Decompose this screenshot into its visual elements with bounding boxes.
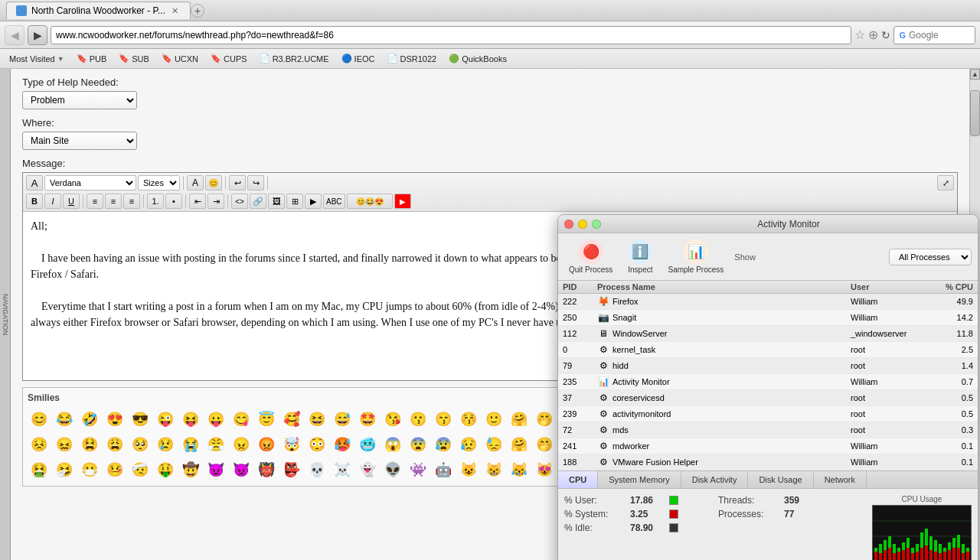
rte-underline-btn[interactable]: U: [63, 194, 80, 209]
smiley-item[interactable]: 🤑: [154, 458, 177, 481]
smiley-item[interactable]: 🥵: [331, 433, 354, 456]
bookmark-ieoc[interactable]: 🔵 IEOC: [337, 52, 380, 66]
am-process-row[interactable]: 0 ⚙ kernel_task root 2.5: [558, 342, 978, 358]
am-col-pid-header[interactable]: PID: [563, 282, 597, 291]
am-quit-process-btn[interactable]: 🔴 Quit Process: [564, 238, 617, 275]
rte-font-size-select[interactable]: Sizes 8 10 12 14: [138, 175, 180, 190]
smiley-item[interactable]: ☠️: [331, 458, 354, 481]
am-col-user-header[interactable]: User: [851, 282, 927, 291]
left-sidebar[interactable]: NAVIGATION: [0, 69, 11, 560]
am-minimize-button[interactable]: [578, 220, 587, 229]
rss-icon[interactable]: ⊕: [868, 28, 878, 42]
address-bar[interactable]: [51, 26, 851, 44]
smiley-item[interactable]: 😂: [53, 408, 76, 431]
smiley-item[interactable]: 😆: [305, 408, 328, 431]
rte-align-right-btn[interactable]: ≡: [123, 194, 140, 209]
rte-emotions-group[interactable]: 😊😂😍: [347, 194, 393, 209]
back-button[interactable]: ◀: [5, 25, 24, 45]
smiley-item[interactable]: 😙: [432, 408, 455, 431]
active-tab[interactable]: North Carolina Woodworker - P... ✕: [6, 2, 191, 19]
smiley-item[interactable]: 😚: [457, 408, 480, 431]
smiley-item[interactable]: 😋: [230, 408, 253, 431]
smiley-item[interactable]: 🤖: [432, 458, 455, 481]
am-process-row[interactable]: 222 🦊 Firefox William 49.9: [558, 294, 978, 310]
smiley-item[interactable]: 😭: [179, 433, 202, 456]
rte-expand-btn[interactable]: ⤢: [937, 175, 954, 190]
smiley-item[interactable]: 😹: [508, 458, 531, 481]
smiley-item[interactable]: 😝: [179, 408, 202, 431]
rte-youtube-btn[interactable]: ▶: [394, 194, 411, 209]
am-tab-network[interactable]: Network: [814, 471, 867, 488]
smiley-item[interactable]: 😈: [204, 458, 227, 481]
smiley-item[interactable]: 💀: [305, 458, 328, 481]
rte-unordered-list-btn[interactable]: •: [165, 194, 182, 209]
smiley-item[interactable]: 😜: [154, 408, 177, 431]
am-process-row[interactable]: 72 ⚙ mds root 0.3: [558, 422, 978, 438]
bookmark-r3br2ucme[interactable]: 📄 R3.BR2.UCME: [255, 52, 334, 66]
smiley-item[interactable]: 😇: [255, 408, 278, 431]
smiley-item[interactable]: 😻: [533, 458, 556, 481]
smiley-item[interactable]: 😰: [432, 433, 455, 456]
scroll-up-arrow[interactable]: ▲: [970, 69, 980, 80]
smiley-item[interactable]: 🤕: [129, 458, 152, 481]
smiley-item[interactable]: 😳: [305, 433, 328, 456]
rte-font-icon[interactable]: A: [26, 175, 43, 190]
smiley-item[interactable]: 🤭: [533, 408, 556, 431]
smiley-item[interactable]: 😅: [331, 408, 354, 431]
smiley-item[interactable]: 😢: [154, 433, 177, 456]
smiley-item[interactable]: 😎: [129, 408, 152, 431]
smiley-item[interactable]: 🤒: [103, 458, 126, 481]
bookmark-most-visited[interactable]: Most Visited ▼: [5, 53, 69, 65]
am-process-row[interactable]: 112 🖥 WindowServer _windowserver 11.8: [558, 326, 978, 342]
smiley-item[interactable]: 🥺: [129, 433, 152, 456]
rte-html-btn[interactable]: <>: [231, 194, 248, 209]
am-maximize-button[interactable]: [592, 220, 601, 229]
rte-media-btn[interactable]: ▶: [305, 194, 322, 209]
bookmark-sub[interactable]: 🔖 SUB: [114, 52, 154, 66]
new-tab-button[interactable]: +: [191, 4, 204, 18]
smiley-item[interactable]: 😨: [407, 433, 430, 456]
google-search-input[interactable]: [909, 30, 970, 41]
am-close-button[interactable]: [564, 220, 573, 229]
rte-link-btn[interactable]: 🔗: [250, 194, 266, 209]
am-tab-cpu[interactable]: CPU: [558, 471, 598, 488]
smiley-item[interactable]: 👿: [230, 458, 253, 481]
google-search-bar[interactable]: G: [893, 26, 975, 44]
bookmark-quickbooks[interactable]: 🟢 QuickBooks: [444, 52, 511, 66]
am-col-name-header[interactable]: Process Name: [597, 282, 851, 291]
am-sample-process-btn[interactable]: 📊 Sample Process: [664, 238, 729, 275]
reload-icon[interactable]: ↻: [881, 29, 890, 41]
smiley-item[interactable]: 🤣: [78, 408, 101, 431]
rte-smiley-btn[interactable]: 😊: [205, 175, 222, 190]
am-tab-disk-activity[interactable]: Disk Activity: [681, 471, 749, 488]
smiley-item[interactable]: 😤: [204, 433, 227, 456]
smiley-item[interactable]: 🤠: [179, 458, 202, 481]
smiley-item[interactable]: 😘: [381, 408, 404, 431]
smiley-item[interactable]: 👾: [407, 458, 430, 481]
smiley-item[interactable]: 😖: [53, 433, 76, 456]
rte-ordered-list-btn[interactable]: 1.: [147, 194, 164, 209]
smiley-item[interactable]: 😷: [78, 458, 101, 481]
forward-button[interactable]: ▶: [28, 25, 47, 45]
bookmark-ucxn[interactable]: 🔖 UCXN: [157, 52, 203, 66]
rte-spell-btn[interactable]: ABC: [323, 194, 345, 209]
am-col-cpu-header[interactable]: % CPU: [927, 282, 973, 291]
am-process-row[interactable]: 188 ⚙ VMware Fusion Helper William 0.1: [558, 454, 978, 470]
tab-close-btn[interactable]: ✕: [170, 5, 181, 16]
smiley-item[interactable]: 🤩: [356, 408, 379, 431]
smiley-item[interactable]: 😫: [78, 433, 101, 456]
rte-image-btn[interactable]: 🖼: [268, 194, 285, 209]
am-process-row[interactable]: 79 ⚙ hidd root 1.4: [558, 358, 978, 374]
rte-bold-btn[interactable]: B: [26, 194, 43, 209]
rte-italic-btn[interactable]: I: [44, 194, 61, 209]
am-tab-system-memory[interactable]: System Memory: [598, 471, 681, 488]
smiley-item[interactable]: 😠: [230, 433, 253, 456]
bookmark-star-icon[interactable]: ☆: [854, 28, 865, 42]
where-select[interactable]: Main Site Forum Gallery: [22, 132, 137, 150]
am-process-row[interactable]: 37 ⚙ coreservicesd root 0.5: [558, 390, 978, 406]
rte-align-left-btn[interactable]: ≡: [87, 194, 103, 209]
am-inspect-btn[interactable]: ℹ️ Inspect: [623, 238, 657, 275]
rte-align-center-btn[interactable]: ≡: [105, 194, 122, 209]
type-select[interactable]: Problem Question Discussion: [22, 91, 137, 109]
smiley-item[interactable]: 😓: [482, 433, 505, 456]
